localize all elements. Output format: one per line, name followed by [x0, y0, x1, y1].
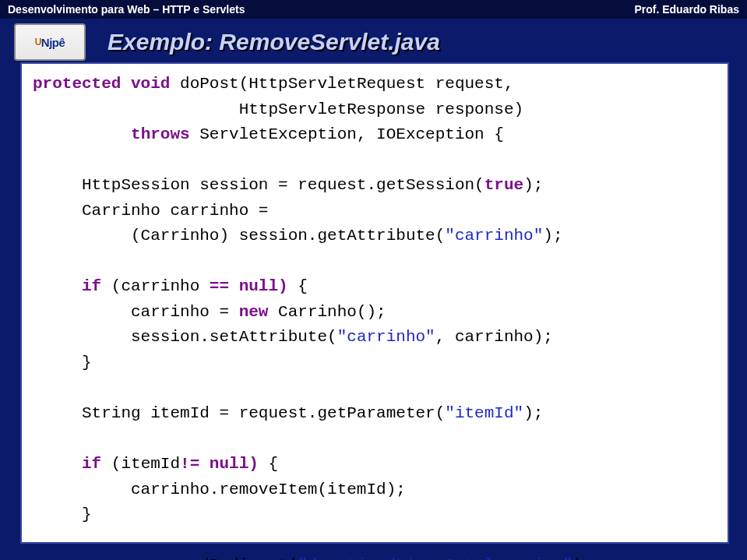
kw-eqnull: == null)	[210, 277, 288, 295]
code-text: carrinho.removeItem(itemId);	[33, 481, 406, 498]
str-redirect: "/pratica/ListaCatalogo.jsp"	[298, 556, 573, 560]
kw-throws: throws	[131, 125, 190, 143]
kw-true: true	[484, 176, 523, 194]
code-text	[33, 277, 82, 295]
code-text	[33, 455, 82, 473]
logo-text-blue: Njpê	[41, 36, 65, 49]
code-text: );	[523, 176, 543, 194]
logo-text-orange: U	[35, 37, 41, 48]
kw-if2: if	[82, 455, 101, 473]
kw-new: new	[239, 303, 269, 321]
code-text: carrinho =	[33, 303, 239, 321]
code-text: session.setAttribute(	[33, 328, 337, 346]
code-text: Carrinho carrinho =	[33, 202, 268, 220]
slide-title: Exemplo: RemoveServlet.java	[107, 29, 440, 55]
code-text: doPost(HttpServletRequest request,	[170, 75, 513, 93]
kw-protected-void: protected void	[33, 75, 170, 93]
code-block: protected void doPost(HttpServletRequest…	[33, 72, 717, 560]
code-text: (carrinho	[101, 277, 210, 295]
code-text: );	[543, 227, 562, 245]
code-text: , carrinho);	[435, 328, 553, 346]
code-text: }	[33, 354, 92, 372]
kw-if: if	[82, 277, 101, 295]
code-text: {	[288, 277, 308, 295]
code-text: ServletException, IOException {	[190, 125, 504, 143]
code-text: HttpServletResponse response)	[33, 100, 523, 118]
str-itemid: "itemId"	[445, 404, 523, 422]
code-text: (Carrinho) session.getAttribute(	[33, 227, 445, 245]
course-title: Desenvolvimento para Web – HTTP e Servle…	[8, 3, 245, 16]
code-text: Carrinho();	[268, 303, 386, 321]
code-panel: protected void doPost(HttpServletRequest…	[20, 62, 729, 544]
header-row: UNjpê Exemplo: RemoveServlet.java	[0, 19, 747, 62]
logo-unjpe: UNjpê	[14, 23, 86, 61]
code-text: String itemId = request.getParameter(	[33, 404, 445, 422]
code-text: }	[33, 505, 92, 523]
str-carrinho2: "carrinho"	[337, 328, 435, 346]
code-text: response.sendRedirect(	[33, 556, 298, 560]
code-text	[33, 125, 131, 143]
top-bar: Desenvolvimento para Web – HTTP e Servle…	[0, 0, 747, 19]
str-carrinho: "carrinho"	[445, 227, 543, 245]
code-text: );	[573, 556, 592, 560]
code-text: );	[523, 404, 543, 422]
professor-name: Prof. Eduardo Ribas	[634, 3, 739, 16]
code-text: {	[259, 455, 278, 473]
code-text: HttpSession session = request.getSession…	[33, 176, 484, 194]
kw-nenull: != null)	[180, 455, 259, 473]
code-text: (itemId	[101, 455, 180, 473]
